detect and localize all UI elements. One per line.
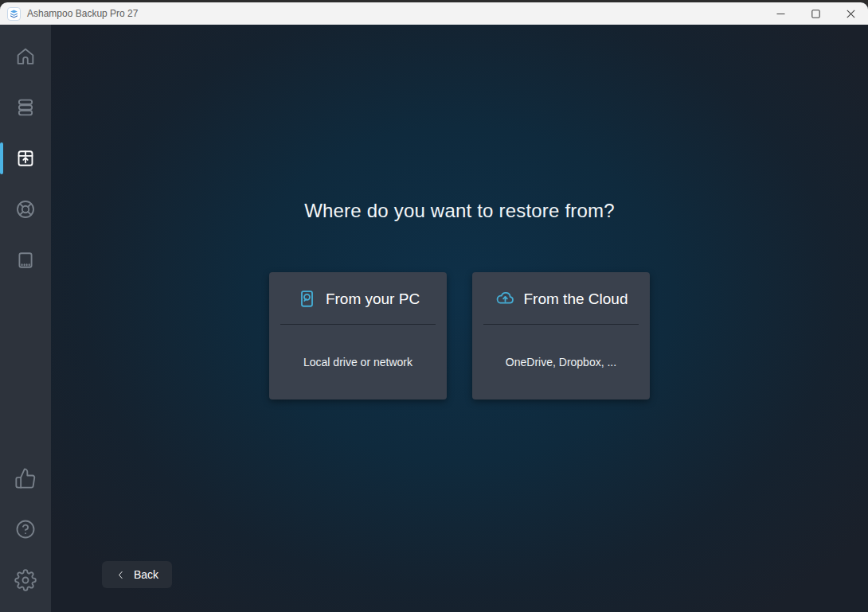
card-subtitle: OneDrive, Dropbox, ... xyxy=(506,356,616,368)
page-title: Where do you want to restore from? xyxy=(51,200,868,222)
back-button-label: Back xyxy=(134,568,158,581)
titlebar: Ashampoo Backup Pro 27 xyxy=(0,2,868,25)
backup-drives-icon xyxy=(14,96,37,119)
sidebar xyxy=(0,25,51,612)
card-subtitle: Local drive or network xyxy=(303,356,412,368)
card-from-your-pc[interactable]: From your PC Local drive or network xyxy=(269,272,447,400)
home-icon xyxy=(14,45,37,68)
app-logo-icon xyxy=(7,7,21,21)
sidebar-bottom-group xyxy=(0,453,51,606)
minimize-icon[interactable] xyxy=(763,2,798,25)
window-controls xyxy=(763,2,868,25)
card-divider xyxy=(280,324,436,325)
sidebar-item-home[interactable] xyxy=(0,31,51,82)
sidebar-item-backup[interactable] xyxy=(0,82,51,133)
card-divider xyxy=(483,324,639,325)
chevron-left-icon xyxy=(115,570,126,580)
sidebar-item-rescue[interactable] xyxy=(0,184,51,235)
app-window: Ashampoo Backup Pro 27 xyxy=(0,2,868,612)
card-header: From the Cloud xyxy=(495,288,628,310)
maximize-icon[interactable] xyxy=(798,2,833,25)
thumbs-up-icon xyxy=(14,467,37,489)
window-title: Ashampoo Backup Pro 27 xyxy=(27,8,138,19)
restore-box-icon xyxy=(14,147,37,170)
card-from-the-cloud[interactable]: From the Cloud OneDrive, Dropbox, ... xyxy=(472,272,650,400)
restore-source-cards: From your PC Local drive or network From… xyxy=(51,272,868,400)
card-title: From the Cloud xyxy=(524,290,628,308)
sidebar-item-settings[interactable] xyxy=(0,555,51,606)
disc-drive-icon xyxy=(14,249,37,271)
help-icon xyxy=(14,518,37,540)
card-header: From your PC xyxy=(296,288,420,310)
back-button[interactable]: Back xyxy=(102,561,172,588)
sidebar-item-help[interactable] xyxy=(0,504,51,555)
sidebar-item-restore[interactable] xyxy=(0,133,51,184)
settings-gear-icon xyxy=(14,569,37,591)
card-title: From your PC xyxy=(326,290,420,308)
close-icon[interactable] xyxy=(833,2,868,25)
sidebar-item-drive[interactable] xyxy=(0,235,51,286)
cloud-upload-icon xyxy=(495,288,516,310)
hard-drive-icon xyxy=(296,288,318,310)
rescue-lifebuoy-icon xyxy=(14,198,37,220)
main-content: Where do you want to restore from? From … xyxy=(51,25,868,612)
sidebar-item-rate[interactable] xyxy=(0,453,51,504)
